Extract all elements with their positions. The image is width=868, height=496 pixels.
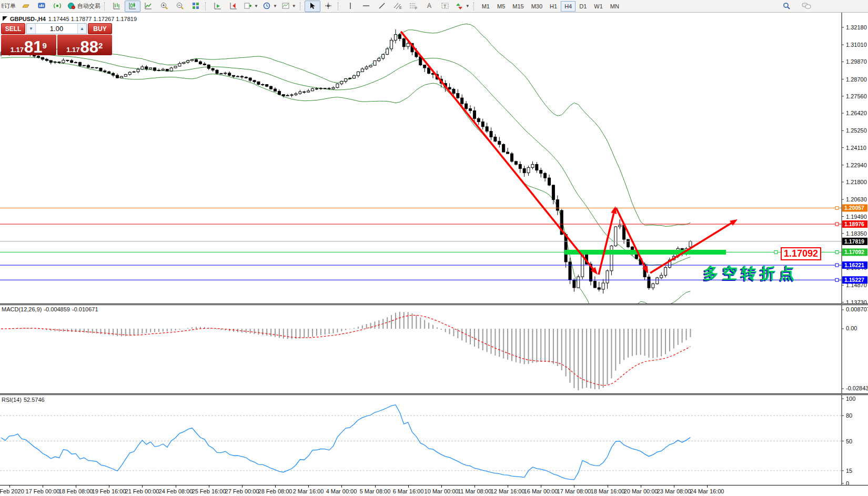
macd-signal-value: -0.010671	[72, 306, 98, 312]
search-button[interactable]	[779, 1, 794, 12]
tf-button-d1[interactable]: D1	[576, 1, 590, 12]
autotrading-icon	[67, 2, 76, 11]
market-button[interactable]	[34, 1, 49, 12]
autotrading-button[interactable]: 自动交易	[65, 1, 103, 12]
price-axis-label: 1.13730	[846, 299, 867, 303]
chart-shift-button[interactable]	[226, 1, 241, 12]
time-axis-label: 24 Feb 08:00	[159, 488, 193, 494]
crosshair-icon	[324, 2, 332, 11]
volume-input[interactable]: 1.00	[36, 24, 77, 34]
toolbar-separator	[300, 2, 302, 11]
signals-icon	[53, 2, 62, 11]
time-axis-tick	[109, 485, 109, 488]
price-axis-label: 1.32180	[846, 24, 867, 31]
time-axis-label: 4 Mar 00:00	[326, 488, 357, 494]
time-axis-label: 25 Feb 16:00	[192, 488, 226, 494]
periods-button[interactable]: ▼	[260, 1, 279, 12]
svg-text:T: T	[443, 3, 447, 8]
indicators-add-icon	[244, 2, 252, 11]
horizontal-line-icon	[362, 2, 370, 11]
trendline-button[interactable]	[374, 1, 390, 12]
rsi-label: RSI(14)52.5746	[2, 397, 47, 403]
text-label-button[interactable]: T	[437, 1, 453, 12]
time-axis-tick	[275, 485, 276, 488]
tf-button-m30[interactable]: M30	[528, 1, 546, 12]
svg-text:A: A	[427, 2, 431, 9]
chart-symbol: GBPUSD-,H4	[10, 16, 46, 22]
rsi-axis-label: 50	[846, 438, 852, 444]
rsi-axis-label: 0	[846, 480, 849, 485]
horizontal-line-button[interactable]	[358, 1, 374, 12]
time-axis-tick	[341, 485, 342, 488]
tf-button-h1[interactable]: H1	[546, 1, 561, 12]
buy-price-display[interactable]: 1.17882	[57, 35, 113, 55]
rsi-axis-label: 15	[846, 468, 852, 474]
time-axis-tick	[142, 485, 143, 488]
volume-up-button[interactable]: ▲	[77, 24, 86, 34]
time-axis[interactable]: 3 Feb 202017 Feb 00:0018 Feb 08:0019 Feb…	[0, 485, 868, 496]
time-axis-label: 17 Mar 08:00	[557, 488, 591, 494]
price-axis-label: 1.28700	[846, 76, 867, 83]
turning-point-annotation[interactable]: 多空转折点	[703, 263, 798, 284]
macd-name: MACD(12,26,9)	[2, 306, 42, 312]
svg-text:1.15227: 1.15227	[844, 277, 864, 283]
tile-windows-button[interactable]	[188, 1, 204, 12]
toolbar-separator	[205, 2, 208, 11]
rsi-name: RSI(14)	[2, 397, 22, 403]
signals-button[interactable]	[49, 1, 65, 12]
timeframe-group: M1 M5 M15 M30 H1 H4 D1 W1 MN	[478, 1, 623, 12]
search-icon	[782, 2, 791, 11]
crosshair-button[interactable]	[320, 1, 336, 12]
auto-scroll-button[interactable]	[210, 1, 226, 12]
text-label-icon: T	[441, 2, 449, 11]
candlestick-chart-button[interactable]	[125, 1, 140, 12]
price-axis-label: 1.24110	[846, 145, 866, 151]
indicators-button[interactable]: ▼	[241, 1, 260, 12]
tf-button-h4[interactable]: H4	[561, 1, 576, 12]
svg-text:1.18976: 1.18976	[844, 221, 864, 227]
fibonacci-button[interactable]: F	[406, 1, 421, 12]
templates-icon	[281, 2, 290, 11]
line-chart-button[interactable]	[140, 1, 156, 12]
tf-button-mn[interactable]: MN	[607, 1, 623, 12]
time-axis-label: 23 Mar 08:00	[657, 488, 691, 494]
cursor-button[interactable]	[305, 1, 320, 12]
tf-button-w1[interactable]: W1	[590, 1, 607, 12]
price-annotation-box[interactable]: 1.17092	[781, 247, 821, 260]
toolbar-separator	[104, 2, 107, 11]
tf-button-m1[interactable]: M1	[478, 1, 493, 12]
volume-down-button[interactable]: ▼	[27, 24, 36, 34]
vertical-line-button[interactable]	[342, 1, 358, 12]
macd-panel[interactable]: 0.0087070.00-0.028436	[0, 305, 868, 393]
bar-chart-button[interactable]	[109, 1, 125, 12]
buy-button[interactable]: BUY	[88, 23, 112, 34]
one-click-trading-panel: SELL ▼ 1.00 ▲ BUY 1.17819 1.17882	[1, 23, 112, 55]
equidistant-channel-button[interactable]: E	[390, 1, 406, 12]
rsi-panel[interactable]: 1008050150	[0, 395, 868, 485]
time-axis-label: 16 Mar 00:00	[524, 488, 558, 494]
templates-button[interactable]: ▼	[279, 1, 298, 12]
tf-button-m15[interactable]: M15	[509, 1, 527, 12]
arrows-button[interactable]: ▼	[453, 1, 472, 12]
text-button[interactable]: A	[421, 1, 437, 12]
time-axis-label: 19 Feb 16:00	[92, 488, 126, 494]
tf-button-m5[interactable]: M5	[493, 1, 509, 12]
zoom-in-button[interactable]	[156, 1, 172, 12]
time-axis-label: 10 Mar 00:00	[425, 488, 459, 494]
macd-axis-label: 0.00	[846, 325, 857, 331]
new-order-button[interactable]: 新订单	[1, 1, 18, 12]
price-axis-label: 1.20630	[846, 196, 867, 203]
time-axis-tick	[707, 485, 708, 488]
toolbar: 新订单 自动交易 ▼ ▼	[0, 0, 868, 13]
time-axis-tick	[475, 485, 475, 488]
fibonacci-icon: F	[409, 2, 418, 11]
sell-price-display[interactable]: 1.17819	[1, 35, 56, 55]
gold-button[interactable]	[18, 1, 34, 12]
sell-button[interactable]: SELL	[1, 23, 25, 34]
buy-price-prefix: 1.17	[66, 46, 79, 54]
price-axis-label: 1.31010	[846, 42, 867, 48]
price-chart[interactable]: 1.321801.310101.298701.287001.275601.264…	[0, 13, 868, 303]
buy-price-sup: 2	[98, 38, 103, 54]
zoom-out-button[interactable]	[172, 1, 188, 12]
chat-button[interactable]	[799, 1, 814, 12]
